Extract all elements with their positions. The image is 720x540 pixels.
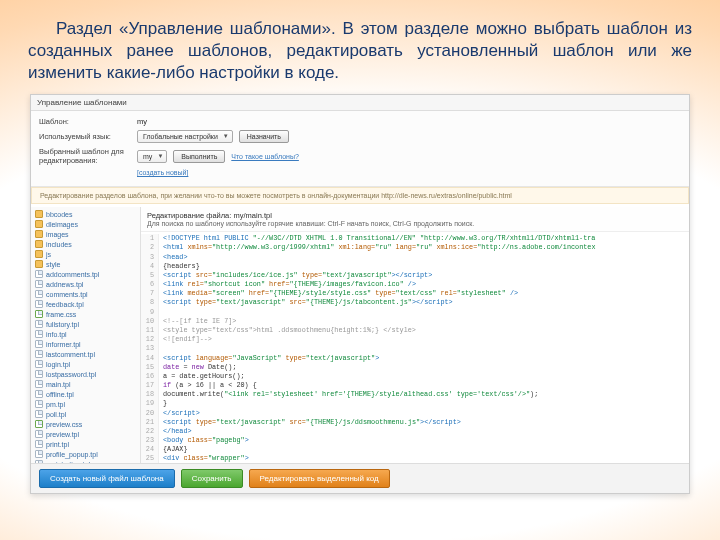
line-number: 14 xyxy=(141,354,159,363)
line-number: 11 xyxy=(141,326,159,335)
create-file-button[interactable]: Создать новый файл шаблона xyxy=(39,469,175,488)
create-new-link[interactable]: [создать новый] xyxy=(137,169,188,176)
code-line[interactable]: date = new Date(); xyxy=(159,363,689,372)
line-number: 2 xyxy=(141,243,159,252)
code-line[interactable]: <!--[if lte IE 7]> xyxy=(159,317,689,326)
code-line[interactable]: document.write("<link rel='stylesheet' h… xyxy=(159,390,689,399)
tree-item[interactable]: pm.tpl xyxy=(31,399,140,409)
line-number: 4 xyxy=(141,262,159,271)
tree-item-label: fullstory.tpl xyxy=(46,321,79,328)
code-line[interactable]: <!DOCTYPE html PUBLIC "-//W3C//DTD XHTML… xyxy=(159,234,689,243)
tree-item[interactable]: lastcomment.tpl xyxy=(31,349,140,359)
code-line[interactable]: <link rel="shortcut icon" href="{THEME}/… xyxy=(159,280,689,289)
line-number: 18 xyxy=(141,390,159,399)
tree-item[interactable]: informer.tpl xyxy=(31,339,140,349)
file-icon xyxy=(35,290,43,298)
code-line[interactable]: <body class="pagebg"> xyxy=(159,436,689,445)
tree-item[interactable]: poll.tpl xyxy=(31,409,140,419)
tree-item[interactable]: profile_popup.tpl xyxy=(31,449,140,459)
what-is-template-link[interactable]: Что такое шаблоны? xyxy=(231,153,299,160)
tree-item[interactable]: js xyxy=(31,249,140,259)
code-line[interactable]: <script type="text/javascript" src="{THE… xyxy=(159,298,689,307)
code-line[interactable]: <script type="text/javascript" src="{THE… xyxy=(159,418,689,427)
execute-button[interactable]: Выполнить xyxy=(173,150,225,163)
code-line[interactable] xyxy=(159,308,689,317)
line-number: 19 xyxy=(141,399,159,408)
code-line[interactable]: <div class="wrapper"> xyxy=(159,454,689,463)
line-number: 6 xyxy=(141,280,159,289)
code-line[interactable]: <![endif]--> xyxy=(159,335,689,344)
save-button[interactable]: Сохранить xyxy=(181,469,243,488)
code-line[interactable]: <link media="screen" href="{THEME}/style… xyxy=(159,289,689,298)
tree-item-label: style xyxy=(46,261,60,268)
workspace: bbcodesdleimagesimagesincludesjsstyleadd… xyxy=(31,207,689,463)
code-area[interactable]: 1<!DOCTYPE html PUBLIC "-//W3C//DTD XHTM… xyxy=(141,232,689,463)
tree-item[interactable]: addcomments.tpl xyxy=(31,269,140,279)
tree-item[interactable]: info.tpl xyxy=(31,329,140,339)
code-line[interactable]: <head> xyxy=(159,253,689,262)
folder-icon xyxy=(35,230,43,238)
tree-item[interactable]: main.tpl xyxy=(31,379,140,389)
tree-item[interactable]: addnews.tpl xyxy=(31,279,140,289)
editor-file-title: Редактирование файла: my/main.tpl xyxy=(147,211,683,220)
tree-item[interactable]: dleimages xyxy=(31,219,140,229)
code-line[interactable]: if (a > 16 || a < 20) { xyxy=(159,381,689,390)
code-line[interactable]: </script> xyxy=(159,409,689,418)
file-icon xyxy=(35,310,43,318)
file-icon xyxy=(35,350,43,358)
code-line[interactable]: {AJAX} xyxy=(159,445,689,454)
line-number: 12 xyxy=(141,335,159,344)
tree-item[interactable]: frame.css xyxy=(31,309,140,319)
code-line[interactable]: {headers} xyxy=(159,262,689,271)
line-number: 1 xyxy=(141,234,159,243)
line-number: 7 xyxy=(141,289,159,298)
file-icon xyxy=(35,370,43,378)
line-number: 25 xyxy=(141,454,159,463)
line-number: 9 xyxy=(141,308,159,317)
editor-hint: Для поиска по шаблону используйте горячи… xyxy=(147,220,683,227)
code-line[interactable]: <script src="includes/ice/ice.js" type="… xyxy=(159,271,689,280)
file-icon xyxy=(35,430,43,438)
tree-item[interactable]: offline.tpl xyxy=(31,389,140,399)
file-icon xyxy=(35,390,43,398)
code-line[interactable] xyxy=(159,344,689,353)
code-line[interactable]: <style type="text/css">html .ddsmoothmen… xyxy=(159,326,689,335)
lang-select[interactable]: Глобальные настройки xyxy=(137,130,233,143)
assign-button[interactable]: Назначить xyxy=(239,130,289,143)
tree-item[interactable]: fullstory.tpl xyxy=(31,319,140,329)
footer-bar: Создать новый файл шаблона Сохранить Ред… xyxy=(31,463,689,493)
tree-item-label: js xyxy=(46,251,51,258)
line-number: 5 xyxy=(141,271,159,280)
tree-item[interactable]: login.tpl xyxy=(31,359,140,369)
edit-html-button[interactable]: Редактировать выделенный код xyxy=(249,469,390,488)
tree-item[interactable]: style xyxy=(31,259,140,269)
code-line[interactable]: <script language="JavaScript" type="text… xyxy=(159,354,689,363)
tree-item[interactable]: comments.tpl xyxy=(31,289,140,299)
code-line[interactable]: </head> xyxy=(159,427,689,436)
tree-item[interactable]: images xyxy=(31,229,140,239)
file-icon xyxy=(35,410,43,418)
file-icon xyxy=(35,320,43,328)
config-block: Шаблон: my Используемый язык: Глобальные… xyxy=(31,111,689,187)
selected-template-select[interactable]: my xyxy=(137,150,167,163)
tree-item[interactable]: feedback.tpl xyxy=(31,299,140,309)
file-icon xyxy=(35,400,43,408)
line-number: 10 xyxy=(141,317,159,326)
selected-template-label: Выбранный шаблон для редактирования: xyxy=(39,147,131,165)
code-line[interactable]: <html xmlns="http://www.w3.org/1999/xhtm… xyxy=(159,243,689,252)
tree-item-label: lastcomment.tpl xyxy=(46,351,95,358)
tree-item[interactable]: print.tpl xyxy=(31,439,140,449)
code-line[interactable]: } xyxy=(159,399,689,408)
folder-icon xyxy=(35,220,43,228)
tree-item[interactable]: preview.tpl xyxy=(31,429,140,439)
tree-item-label: main.tpl xyxy=(46,381,71,388)
tree-item-label: info.tpl xyxy=(46,331,67,338)
tree-item[interactable]: lostpassword.tpl xyxy=(31,369,140,379)
tree-item[interactable]: includes xyxy=(31,239,140,249)
code-line[interactable]: a = date.getHours(); xyxy=(159,372,689,381)
tree-item[interactable]: bbcodes xyxy=(31,209,140,219)
tree-item-label: frame.css xyxy=(46,311,76,318)
tree-item-label: profile_popup.tpl xyxy=(46,451,98,458)
file-icon xyxy=(35,280,43,288)
tree-item[interactable]: preview.css xyxy=(31,419,140,429)
